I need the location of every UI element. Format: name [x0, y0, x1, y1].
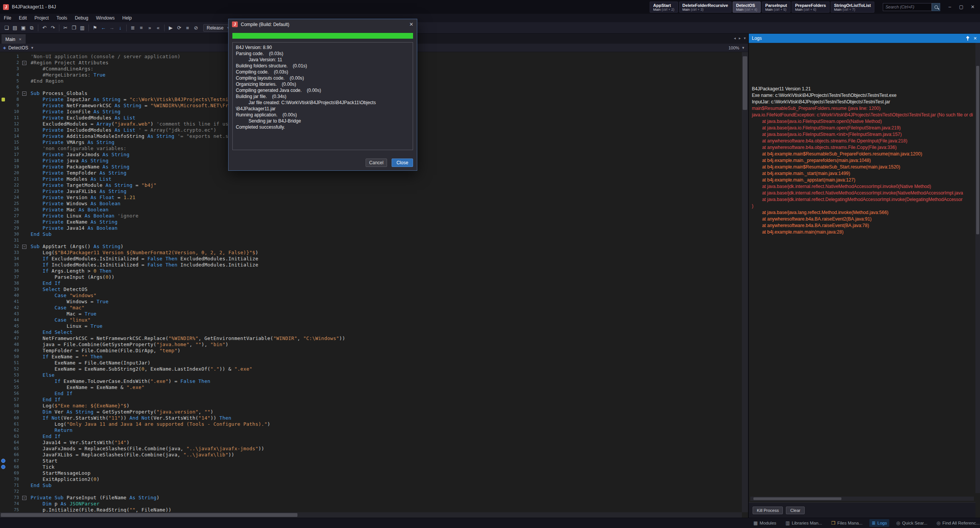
menu-file[interactable]: File	[0, 15, 15, 21]
scrollbar-thumb[interactable]	[1, 513, 297, 517]
clear-logs-button[interactable]: Clear	[786, 507, 804, 514]
logs-vertical-scrollbar[interactable]	[975, 43, 980, 493]
open-project-icon[interactable]: ▤	[11, 24, 19, 32]
logs-panel-header[interactable]: Logs ✕	[749, 34, 980, 43]
scrollbar-thumb[interactable]	[753, 497, 841, 500]
line-marker-column	[0, 66, 7, 72]
line-number: 64	[7, 440, 22, 446]
panel-tab-list: ▦Modules▥Libraries Man...❒Files Mana...≣…	[751, 519, 980, 527]
zoom-dropdown-icon[interactable]: ▼	[742, 46, 745, 50]
fold-toggle-icon[interactable]: −	[22, 61, 26, 65]
panel-tab-logs[interactable]: ≣Logs	[869, 519, 889, 527]
bookmark-icon[interactable]: ⚑	[91, 24, 99, 32]
tabstrip-controls: ◂▸▾	[734, 36, 746, 40]
panel-tab-quick-sear[interactable]: ◎Quick Sear...	[894, 519, 929, 527]
redo-icon[interactable]: ↷	[49, 24, 57, 32]
run-icon[interactable]: ▶	[167, 24, 175, 32]
cancel-button[interactable]: Cancel	[366, 159, 387, 167]
toolbar-separator	[88, 25, 89, 31]
fold-column	[22, 397, 28, 403]
menu-edit[interactable]: Edit	[15, 15, 31, 21]
undo-icon[interactable]: ↶	[40, 24, 49, 32]
indent-icon[interactable]: »	[145, 24, 154, 32]
module-card-preparefolders[interactable]: PrepareFoldersMain (ctrl + 6)	[792, 2, 830, 13]
navigate-forward-icon[interactable]: →	[108, 24, 116, 32]
cut-icon[interactable]: ✂	[61, 24, 70, 32]
fold-toggle-icon[interactable]: −	[22, 496, 26, 500]
module-card-deletefolderrecursive[interactable]: DeleteFolderRecursiveMain (ctrl + 3)	[679, 2, 732, 13]
menu-project[interactable]: Project	[31, 15, 52, 21]
code-text: Private Windows As Boolean	[28, 201, 121, 207]
panel-close-icon[interactable]: ✕	[973, 36, 977, 41]
zoom-level[interactable]: 100%	[728, 46, 739, 50]
comment-icon[interactable]: ≣	[129, 24, 137, 32]
close-button[interactable]: ✕	[967, 2, 978, 12]
fold-column	[22, 409, 28, 415]
module-card-title: AppStart	[653, 3, 674, 8]
code-text: Windows = True	[28, 299, 108, 305]
panel-tab-find-all-referenc[interactable]: ◎Find All Referenc...	[934, 519, 980, 527]
dialog-close-icon[interactable]: ✕	[409, 21, 413, 27]
line-marker-column	[0, 464, 7, 470]
new-project-icon[interactable]: ❏	[2, 24, 11, 32]
tab-list-icon[interactable]: ▾	[744, 36, 746, 40]
paste-icon[interactable]: ▥	[78, 24, 87, 32]
code-line-61: 61 Log("Only Java 11 and Java 14 are sup…	[0, 421, 742, 427]
panel-tab-files-mana[interactable]: ❒Files Mana...	[829, 519, 865, 527]
maximize-button[interactable]: ▢	[956, 2, 967, 12]
editor-vertical-scrollbar[interactable]	[742, 52, 748, 512]
panel-tab-modules[interactable]: ▦Modules	[751, 519, 779, 527]
tab-main[interactable]: Main ✕	[2, 34, 26, 44]
kill-process-button[interactable]: Kill Process	[753, 507, 783, 514]
line-number: 3	[7, 66, 22, 72]
fold-toggle-icon[interactable]: −	[22, 245, 26, 249]
logs-content[interactable]: B4JPackager11 Version 1.21Exe name: c:\W…	[749, 43, 975, 493]
menu-tools[interactable]: Tools	[52, 15, 71, 21]
panel-tab-libraries-man[interactable]: ▥Libraries Man...	[783, 519, 825, 527]
line-number: 47	[7, 335, 22, 342]
clean-project-icon[interactable]: ⊘	[192, 24, 200, 32]
editor-horizontal-scrollbar[interactable]	[0, 512, 742, 518]
navigate-back-icon[interactable]: ←	[99, 24, 108, 32]
fold-column	[22, 458, 28, 464]
panel-tab-label: Find All Referenc...	[942, 521, 980, 525]
stop-icon[interactable]: ■	[183, 24, 192, 32]
save-all-icon[interactable]: ⧉	[28, 24, 36, 32]
line-number: 21	[7, 176, 22, 182]
module-card-stringorlisttolist[interactable]: StringOrListToListMain (ctrl + 7)	[831, 2, 874, 13]
bookmark-icon[interactable]	[1, 459, 5, 463]
menu-windows[interactable]: Windows	[92, 15, 119, 21]
code-line-24: 24 Private Version As Float = 1.21	[0, 195, 742, 201]
module-card-detectos[interactable]: DetectOSMain (ctrl + 4)	[733, 2, 761, 13]
copy-icon[interactable]: ❐	[70, 24, 78, 32]
bookmark-icon[interactable]	[1, 465, 5, 469]
scrollbar-thumb[interactable]	[743, 56, 747, 110]
module-card-parseinput[interactable]: ParseInputMain (ctrl + 5)	[762, 2, 791, 13]
module-card-appstart[interactable]: AppStartMain (ctrl + 2)	[650, 2, 678, 13]
scroll-tabs-left-icon[interactable]: ◂	[734, 36, 736, 40]
rebuild-icon[interactable]: ⟳	[175, 24, 183, 32]
logs-horizontal-scrollbar[interactable]	[750, 497, 974, 501]
scrollbar-thumb[interactable]	[976, 66, 979, 234]
search-button[interactable]	[932, 3, 940, 11]
close-button[interactable]: Close	[392, 159, 413, 167]
tab-close-icon[interactable]: ✕	[19, 38, 22, 41]
log-line: java.io.FileNotFoundException: c:\Work\V…	[752, 112, 972, 118]
uncomment-icon[interactable]: ≡	[137, 24, 145, 32]
current-sub-select[interactable]: DetectOS	[8, 45, 28, 51]
search-input[interactable]	[883, 3, 932, 11]
line-number: 67	[7, 458, 22, 464]
pin-icon[interactable]	[966, 36, 970, 41]
fold-toggle-icon[interactable]: −	[22, 92, 26, 96]
minimize-button[interactable]: –	[944, 2, 956, 12]
scroll-tabs-right-icon[interactable]: ▸	[739, 36, 741, 40]
menu-help[interactable]: Help	[118, 15, 136, 21]
compile-log-line: Compiling code. (0.03s)	[236, 69, 410, 75]
module-card-subtitle: Main (ctrl + 4)	[736, 8, 757, 11]
goto-last-position-icon[interactable]: ↓	[116, 24, 124, 32]
outdent-icon[interactable]: «	[154, 24, 162, 32]
save-icon[interactable]: ▣	[19, 24, 28, 32]
code-text: End If	[28, 280, 60, 286]
b4j-icon: J	[232, 21, 238, 27]
menu-debug[interactable]: Debug	[71, 15, 92, 21]
